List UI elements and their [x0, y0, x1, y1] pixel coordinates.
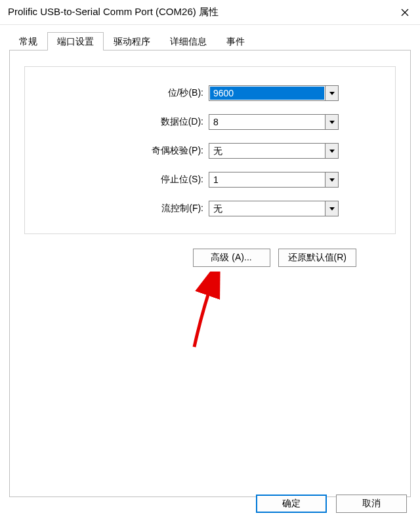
combo-bps[interactable]: 9600 [209, 85, 339, 101]
combo-data-bits-button[interactable] [325, 115, 338, 129]
close-button[interactable] [390, 0, 420, 25]
combo-parity-button[interactable] [325, 144, 338, 158]
combo-parity-value: 无 [209, 144, 325, 158]
dialog-footer: 确定 取消 [256, 495, 407, 513]
label-bps: 位/秒(B): [38, 87, 209, 99]
label-flow-control: 流控制(F): [38, 203, 209, 214]
label-parity: 奇偶校验(P): [38, 145, 209, 157]
combo-bps-value: 9600 [210, 87, 324, 100]
combo-flow-control[interactable]: 无 [209, 201, 339, 216]
label-data-bits: 数据位(D): [38, 116, 209, 128]
label-stop-bits: 停止位(S): [38, 174, 209, 186]
tab-general[interactable]: 常规 [9, 32, 47, 51]
tab-strip: 常规 端口设置 驱动程序 详细信息 事件 [9, 31, 411, 50]
tab-details[interactable]: 详细信息 [160, 32, 217, 51]
chevron-down-icon [329, 178, 335, 182]
combo-bps-button[interactable] [325, 86, 338, 100]
combo-stop-bits-value: 1 [209, 172, 325, 187]
combo-data-bits[interactable]: 8 [209, 114, 339, 130]
chevron-down-icon [329, 92, 335, 95]
combo-stop-bits-button[interactable] [325, 172, 338, 187]
combo-flow-control-button[interactable] [325, 201, 338, 216]
tab-port-settings[interactable]: 端口设置 [47, 32, 104, 51]
combo-stop-bits[interactable]: 1 [209, 172, 339, 188]
chevron-down-icon [329, 207, 335, 211]
advanced-button[interactable]: 高级 (A)... [193, 249, 270, 267]
close-icon [401, 9, 409, 16]
settings-group: 位/秒(B): 9600 数据位(D): 8 奇偶校验( [24, 66, 396, 234]
tab-events[interactable]: 事件 [217, 32, 255, 51]
window-title: Prolific USB-to-Serial Comm Port (COM26)… [8, 6, 219, 18]
cancel-button[interactable]: 取消 [336, 495, 407, 513]
combo-parity[interactable]: 无 [209, 143, 339, 159]
tab-panel-port-settings: 位/秒(B): 9600 数据位(D): 8 奇偶校验( [9, 50, 411, 497]
ok-button[interactable]: 确定 [256, 495, 327, 513]
titlebar: Prolific USB-to-Serial Comm Port (COM26)… [0, 0, 420, 25]
combo-data-bits-value: 8 [209, 115, 325, 129]
chevron-down-icon [329, 150, 335, 153]
restore-defaults-button[interactable]: 还原默认值(R) [278, 249, 356, 267]
tab-driver[interactable]: 驱动程序 [104, 32, 160, 51]
chevron-down-icon [329, 121, 335, 124]
combo-flow-control-value: 无 [209, 201, 325, 216]
